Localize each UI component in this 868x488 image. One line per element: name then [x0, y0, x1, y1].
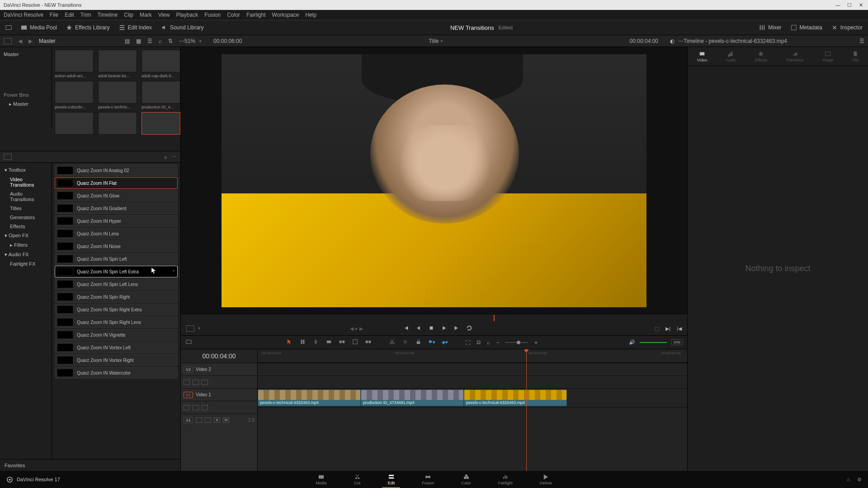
- track-a1[interactable]: [258, 407, 687, 420]
- transition-item[interactable]: Quarz Zoom IN Lens: [55, 228, 178, 239]
- zoom-detail-icon[interactable]: ⊡: [476, 339, 481, 345]
- timeline-clip[interactable]: pexels-c-technical-6332463.mp4: [464, 389, 567, 406]
- viewer-scrubber[interactable]: [186, 316, 682, 320]
- volume-slider[interactable]: [640, 342, 667, 343]
- page-cut[interactable]: Cut: [354, 474, 361, 485]
- view-list-icon[interactable]: ▤: [125, 38, 130, 44]
- lock-icon[interactable]: [415, 338, 422, 346]
- clip-thumbnail[interactable]: pexels-cottonbr...: [55, 81, 94, 109]
- home-icon[interactable]: ⌂: [847, 477, 850, 483]
- inspector-tab-video[interactable]: Video: [697, 51, 708, 62]
- bin-master-sub[interactable]: ▸ Master: [4, 99, 48, 109]
- effects-panel-menu[interactable]: [4, 154, 12, 160]
- blade-tool[interactable]: [312, 338, 319, 346]
- timeline-clip[interactable]: pexels-c-technical-6332463.mp4: [258, 389, 361, 406]
- bin-master[interactable]: Master: [4, 50, 48, 59]
- menu-item[interactable]: DaVinci Resolve: [4, 12, 43, 18]
- page-deliver[interactable]: Deliver: [540, 474, 552, 485]
- clip-thumbnail[interactable]: pexels-c-technic...: [98, 81, 137, 109]
- menu-item[interactable]: Clip: [124, 12, 133, 18]
- zoom-out-icon[interactable]: −: [496, 340, 499, 345]
- match-frame-icon[interactable]: ⬚: [655, 326, 659, 332]
- transition-item[interactable]: Quarz Zoom IN Spin Right: [55, 291, 178, 303]
- track-header-v2-controls[interactable]: [181, 375, 257, 388]
- inspector-tab-audio[interactable]: Audio: [726, 51, 736, 62]
- zoom-level[interactable]: 51%: [184, 38, 195, 44]
- transition-item[interactable]: Quarz Zoom IN Spin Right Extra: [55, 304, 178, 315]
- clip-thumbnail[interactable]: [142, 112, 180, 135]
- panel-menu-icon[interactable]: [4, 38, 12, 44]
- panel-toggle-button[interactable]: [5, 24, 12, 31]
- menu-item[interactable]: Workspace: [272, 12, 299, 18]
- replace-tool[interactable]: [352, 338, 359, 346]
- go-out-icon[interactable]: |◀: [677, 326, 682, 332]
- menu-item[interactable]: File: [50, 12, 58, 18]
- step-back-button[interactable]: [415, 325, 422, 332]
- loop-button[interactable]: [466, 325, 472, 332]
- razor-icon[interactable]: [389, 338, 396, 346]
- window-minimize-icon[interactable]: —: [835, 2, 841, 8]
- metadata-button[interactable]: Metadata: [791, 24, 822, 31]
- track-header-a1[interactable]: A1SM2.0: [181, 413, 257, 426]
- toolbox-video-transitions[interactable]: Video Transitions: [0, 175, 52, 189]
- menu-item[interactable]: Timeline: [97, 12, 118, 18]
- toolbox-titles[interactable]: Titles: [0, 204, 52, 213]
- transition-item[interactable]: Quarz Zoom IN Spin Right Lens: [55, 316, 178, 328]
- menu-icon[interactable]: ⋯: [172, 154, 177, 160]
- page-color[interactable]: Color: [461, 474, 471, 485]
- transition-item[interactable]: Quarz Zoom IN Vortex Left: [55, 342, 178, 353]
- bypass-icon[interactable]: ◐: [670, 38, 675, 44]
- timeline-view-options-icon[interactable]: ☰: [859, 38, 864, 44]
- transition-item[interactable]: Quarz Zoom IN Spin Left Lens: [55, 278, 178, 290]
- clip-thumbnail[interactable]: adult-cap-dark-8...: [142, 50, 180, 78]
- track-v2-spacer[interactable]: [258, 375, 687, 388]
- media-pool-button[interactable]: Media Pool: [21, 24, 57, 31]
- timeline-view-button[interactable]: [185, 338, 192, 346]
- zoom-custom-icon[interactable]: ⌕: [487, 340, 490, 345]
- menu-item[interactable]: Fusion: [204, 12, 221, 18]
- window-maximize-icon[interactable]: ☐: [847, 2, 853, 8]
- track-v1[interactable]: pexels-c-technical-6332463.mp4 productio…: [258, 388, 687, 407]
- clip-thumbnail[interactable]: [55, 112, 94, 135]
- transition-item[interactable]: Quarz Zoom IN Glow: [55, 190, 178, 202]
- flag-icon[interactable]: ⚑▾: [428, 339, 435, 345]
- timeline-clip[interactable]: production ID_4734691.mp4: [361, 389, 464, 406]
- menu-item[interactable]: Color: [227, 12, 240, 18]
- transition-item[interactable]: Quarz Zoom IN Flat: [55, 177, 178, 189]
- menu-item[interactable]: View: [158, 12, 170, 18]
- timeline-ruler[interactable]: 00:00:00:00 00:00:02:00 00:00:04:00 00:0…: [258, 349, 687, 363]
- toolbox-effects[interactable]: Effects: [0, 222, 52, 231]
- track-header-v1[interactable]: V1Video 1: [181, 388, 257, 401]
- menu-item[interactable]: Trim: [80, 12, 91, 18]
- link-icon[interactable]: [402, 338, 409, 346]
- toolbox-generators[interactable]: Generators: [0, 213, 52, 222]
- search-icon[interactable]: ⌕: [164, 154, 167, 160]
- page-media[interactable]: Media: [316, 474, 327, 485]
- menu-item[interactable]: Playback: [176, 12, 198, 18]
- menu-item[interactable]: Fairlight: [246, 12, 266, 18]
- clip-thumbnail[interactable]: adult-beanie-be...: [98, 50, 137, 78]
- zoom-slider[interactable]: [505, 342, 528, 343]
- play-button[interactable]: [441, 325, 447, 332]
- search-icon[interactable]: ⌕: [159, 38, 162, 44]
- inspector-tab-image[interactable]: Image: [822, 51, 834, 62]
- track-header-v2[interactable]: V2Video 2: [181, 363, 257, 375]
- overwrite-tool[interactable]: [339, 338, 345, 346]
- transition-item[interactable]: Quarz Zoom IN Vortex Right: [55, 354, 178, 366]
- inspector-button[interactable]: Inspector: [831, 24, 863, 31]
- effects-library-button[interactable]: Effects Library: [66, 24, 109, 31]
- menu-item[interactable]: Help: [305, 12, 316, 18]
- clip-thumbnail[interactable]: production ID_4...: [142, 81, 180, 109]
- go-in-icon[interactable]: ▶|: [665, 326, 670, 332]
- inspector-tab-file[interactable]: File: [852, 51, 859, 62]
- window-close-icon[interactable]: ✕: [859, 2, 864, 8]
- toolbox-filters[interactable]: ▸ Filters: [0, 240, 52, 250]
- track-header-v1-controls[interactable]: [181, 401, 257, 413]
- viewer-title[interactable]: Title ▾: [245, 38, 626, 44]
- fit-tool[interactable]: [365, 338, 372, 346]
- transition-item[interactable]: Quarz Zoom IN Vignette: [55, 329, 178, 341]
- jump-last-button[interactable]: [453, 325, 460, 332]
- marker-icon[interactable]: ◈▾: [442, 339, 448, 345]
- edit-index-button[interactable]: Edit Index: [119, 24, 152, 31]
- zoom-fit-icon[interactable]: ⛶: [465, 340, 470, 345]
